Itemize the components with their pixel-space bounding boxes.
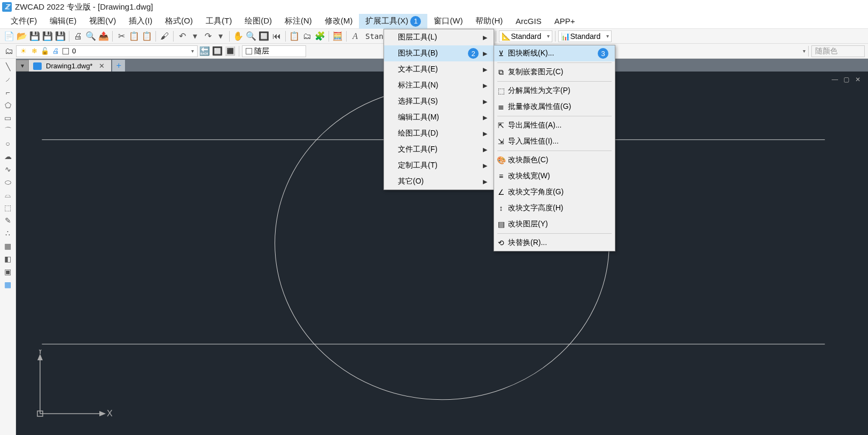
menu-tools[interactable]: 工具(T) [199, 14, 238, 28]
submenu-batchmodify[interactable]: ≣ 批量修改属性值(G) [494, 99, 615, 115]
new-icon[interactable]: 📄 [3, 30, 15, 42]
open-icon[interactable]: 📂 [16, 30, 28, 42]
save-icon[interactable]: 💾 [29, 30, 41, 42]
designcenter-icon[interactable]: 🗂 [301, 30, 313, 42]
submenu-file-tools[interactable]: 文件工具(F) ▶ [384, 141, 494, 157]
minimize-icon[interactable]: — [832, 76, 840, 83]
print-icon[interactable]: 🖨 [72, 30, 84, 42]
dimstyle-dropdown[interactable]: 📐 Standard ▾ [499, 30, 552, 42]
submenu-changelayer[interactable]: ▤ 改块图层(Y) [494, 216, 615, 232]
publish-icon[interactable]: 📤 [98, 30, 110, 42]
document-tab[interactable]: Drawing1.dwg* ✕ [29, 60, 111, 72]
matchprop-icon[interactable]: 🖌 [159, 30, 170, 42]
tab-close-icon[interactable]: ✕ [97, 62, 107, 70]
saveall-icon[interactable]: 💾 [54, 30, 66, 42]
separator [69, 31, 69, 42]
submenu-importattr[interactable]: ⇲ 导入属性值(I)... [494, 133, 615, 149]
table-icon[interactable]: ▦ [2, 279, 14, 290]
changeheight-icon: ↕ [496, 203, 506, 213]
submenu-changelw[interactable]: ≡ 改块线宽(W) [494, 168, 615, 184]
close-icon[interactable]: ✕ [855, 76, 864, 83]
menu-format[interactable]: 格式(O) [159, 14, 199, 28]
point-icon[interactable]: ∴ [2, 227, 14, 239]
zoomprev-icon[interactable]: ⏮ [271, 30, 283, 42]
submenu-exportattr[interactable]: ⇱ 导出属性值(A)... [494, 117, 615, 133]
redo-icon[interactable]: ↷ [202, 30, 214, 42]
submenu-breakline[interactable]: ⊻ 图块断线(K)... 3 [494, 45, 615, 61]
region-icon[interactable]: ▣ [2, 266, 14, 278]
layeriso-icon[interactable]: 🔲 [212, 45, 223, 57]
menu-expresstools[interactable]: 扩展工具(X) 1 [359, 14, 427, 29]
submenu-edit-tools[interactable]: 编辑工具(M) ▶ [384, 109, 494, 125]
menu-draw[interactable]: 绘图(D) [238, 14, 278, 28]
layermanager-icon[interactable]: 🗂 [3, 45, 15, 57]
menu-insert[interactable]: 插入(I) [122, 14, 159, 28]
saveas-icon[interactable]: 💾 [42, 30, 53, 42]
polygon-icon[interactable]: ⬠ [2, 99, 14, 111]
menu-arcgis[interactable]: ArcGIS [509, 14, 548, 28]
menu-appplus[interactable]: APP+ [548, 14, 582, 28]
submenu-dim-tools[interactable]: 标注工具(N) ▶ [384, 77, 494, 93]
submenu-block-tools[interactable]: 图块工具(B) 2 ▶ [384, 45, 494, 61]
layeruniso-icon[interactable]: 🔳 [224, 45, 236, 57]
menu-modify[interactable]: 修改(M) [318, 14, 359, 28]
submenu-custom-tools[interactable]: 定制工具(T) ▶ [384, 157, 494, 173]
paste-icon[interactable]: 📋 [141, 30, 153, 42]
calc-icon[interactable]: 🧮 [332, 30, 343, 42]
annotative-icon[interactable]: A [349, 30, 361, 42]
menu-view[interactable]: 视图(V) [83, 14, 122, 28]
ellipsearc-icon[interactable]: ⌓ [2, 189, 14, 201]
copy-icon[interactable]: 📋 [128, 30, 140, 42]
linetype-arrow[interactable]: ▾ [803, 48, 806, 54]
undo-dropdown-icon[interactable]: ▾ [189, 30, 201, 42]
zoomwindow-icon[interactable]: 🔲 [258, 30, 270, 42]
layerprev-icon[interactable]: 🔙 [199, 45, 210, 57]
maximize-icon[interactable]: ▢ [843, 76, 852, 83]
submenu-text-tools[interactable]: 文本工具(E) ▶ [384, 61, 494, 77]
submenu-layer-tools[interactable]: 图层工具(L) ▶ [384, 29, 494, 45]
arc-icon[interactable]: ⌒ [2, 125, 14, 137]
rectangle-icon[interactable]: ▭ [2, 112, 14, 124]
submenu-replace[interactable]: ⟲ 块替换(R)... [494, 235, 615, 251]
spline-icon[interactable]: ∿ [2, 163, 14, 175]
submenu-changecolor[interactable]: 🎨 改块颜色(C) [494, 152, 615, 168]
undo-icon[interactable]: ↶ [176, 30, 188, 42]
gradient-icon[interactable]: ◧ [2, 253, 14, 265]
block-icon[interactable]: ⬚ [2, 202, 14, 213]
menu-help[interactable]: 帮助(H) [469, 14, 509, 28]
blockedit-icon[interactable]: ✎ [2, 215, 14, 226]
menu-edit[interactable]: 编辑(E) [43, 14, 83, 28]
submenu-draw-tools[interactable]: 绘图工具(D) ▶ [384, 125, 494, 141]
submenu-select-tools[interactable]: 选择工具(S) ▶ [384, 93, 494, 109]
tab-add-button[interactable]: + [112, 60, 125, 72]
hatch-icon[interactable]: ▦ [2, 240, 14, 252]
separator [346, 31, 347, 42]
polyline-icon[interactable]: ⌐ [2, 86, 14, 98]
tablestyle-dropdown[interactable]: 📊 Standard ▾ [558, 30, 612, 42]
circle-icon[interactable]: ○ [2, 138, 14, 149]
color-dropdown[interactable]: 随层 [242, 45, 306, 57]
submenu-other-tools[interactable]: 其它(O) ▶ [384, 173, 494, 189]
revcloud-icon[interactable]: ☁ [2, 151, 14, 162]
submenu-changeangle[interactable]: ∠ 改块文字角度(G) [494, 184, 615, 200]
ellipse-icon[interactable]: ⬭ [2, 176, 14, 188]
toolpalette-icon[interactable]: 🧩 [314, 30, 326, 42]
menu-window[interactable]: 窗口(W) [427, 14, 469, 28]
changelw-icon: ≡ [496, 171, 506, 181]
separator [497, 62, 612, 63]
menu-dimension[interactable]: 标注(N) [278, 14, 318, 28]
menu-file[interactable]: 文件(F) [4, 14, 43, 28]
printpreview-icon[interactable]: 🔍 [85, 30, 97, 42]
submenu-changeheight[interactable]: ↕ 改块文字高度(H) [494, 200, 615, 216]
redo-dropdown-icon[interactable]: ▾ [215, 30, 226, 42]
pan-icon[interactable]: ✋ [232, 30, 244, 42]
properties-icon[interactable]: 📋 [288, 30, 300, 42]
cut-icon[interactable]: ✂ [115, 30, 127, 42]
ray-icon[interactable]: ⟋ [2, 74, 14, 85]
tab-nav-dropdown[interactable]: ▾ [16, 60, 29, 72]
submenu-copynested[interactable]: ⧉ 复制嵌套图元(C) [494, 64, 615, 80]
submenu-explodeattr[interactable]: ⬚ 分解属性为文字(P) [494, 83, 615, 99]
line-icon[interactable]: ╲ [2, 61, 14, 73]
zoom-icon[interactable]: 🔍 [245, 30, 257, 42]
layer-dropdown[interactable]: ☀ ❄ 🔓 🖨 0 ▾ [16, 45, 198, 57]
